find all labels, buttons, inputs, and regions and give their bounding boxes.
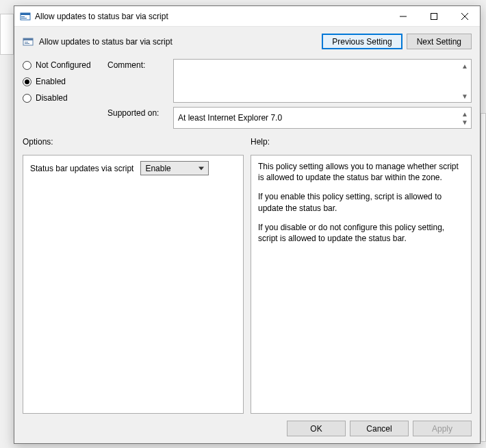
ok-button[interactable]: OK xyxy=(287,421,346,436)
window-title: Allow updates to status bar via script xyxy=(35,12,387,21)
bg-fragment xyxy=(0,14,14,55)
comment-label: Comment: xyxy=(107,59,169,103)
supported-label: Supported on: xyxy=(107,107,169,129)
option-value: Enable xyxy=(145,164,170,173)
supported-field: At least Internet Explorer 7.0 ▲ ▼ xyxy=(173,107,472,129)
help-paragraph: If you enable this policy setting, scrip… xyxy=(258,191,464,213)
radio-disabled[interactable]: Disabled xyxy=(23,93,103,103)
comment-field[interactable]: ▲ ▼ xyxy=(173,59,472,103)
close-button[interactable] xyxy=(449,6,480,26)
help-heading: Help: xyxy=(251,137,472,147)
svg-rect-11 xyxy=(25,43,29,44)
state-radio-group: Not Configured Enabled Disabled xyxy=(23,59,103,103)
bg-fragment xyxy=(481,113,486,442)
titlebar[interactable]: Allow updates to status bar via script xyxy=(14,6,480,27)
radio-label: Disabled xyxy=(36,93,68,103)
footer-buttons: OK Cancel Apply xyxy=(23,414,472,436)
svg-rect-1 xyxy=(21,13,30,15)
dialog-window: Allow updates to status bar via script xyxy=(14,5,481,444)
app-icon xyxy=(20,11,31,22)
policy-icon xyxy=(23,36,34,47)
nav-buttons: Previous Setting Next Setting xyxy=(322,34,472,49)
next-setting-button[interactable]: Next Setting xyxy=(407,34,472,49)
svg-rect-5 xyxy=(431,13,437,19)
header-row: Allow updates to status bar via script P… xyxy=(23,34,472,49)
radio-label: Not Configured xyxy=(36,60,91,70)
option-select[interactable]: Enable xyxy=(140,161,209,175)
svg-rect-10 xyxy=(25,42,28,42)
supported-value: At least Internet Explorer 7.0 xyxy=(178,113,282,123)
svg-rect-9 xyxy=(23,38,33,40)
help-panel: This policy setting allows you to manage… xyxy=(251,155,472,414)
previous-setting-button[interactable]: Previous Setting xyxy=(322,34,402,49)
cancel-button[interactable]: Cancel xyxy=(350,421,409,436)
option-row: Status bar updates via script Enable xyxy=(30,161,236,175)
policy-title: Allow updates to status bar via script xyxy=(39,37,322,47)
maximize-button[interactable] xyxy=(418,6,449,26)
scroll-up-icon[interactable]: ▲ xyxy=(459,60,470,71)
radio-enabled[interactable]: Enabled xyxy=(23,77,103,86)
upper-grid: Not Configured Enabled Disabled Comment:… xyxy=(23,59,472,129)
svg-rect-3 xyxy=(21,18,27,18)
minimize-button[interactable] xyxy=(387,6,418,26)
scroll-down-icon[interactable]: ▼ xyxy=(459,116,470,127)
panels: Status bar updates via script Enable Thi… xyxy=(23,155,472,414)
radio-icon xyxy=(23,61,31,70)
radio-label: Enabled xyxy=(36,77,66,86)
help-paragraph: This policy setting allows you to manage… xyxy=(258,161,464,183)
window-controls xyxy=(387,6,480,26)
radio-icon xyxy=(23,94,31,103)
option-label: Status bar updates via script xyxy=(30,164,133,173)
options-panel: Status bar updates via script Enable xyxy=(23,155,244,414)
section-titles: Options: Help: xyxy=(23,137,472,151)
help-paragraph: If you disable or do not configure this … xyxy=(258,222,464,244)
dialog-body: Allow updates to status bar via script P… xyxy=(14,27,480,443)
radio-not-configured[interactable]: Not Configured xyxy=(23,60,103,70)
radio-icon xyxy=(23,77,31,86)
apply-button[interactable]: Apply xyxy=(413,421,472,436)
options-heading: Options: xyxy=(23,137,244,147)
scroll-down-icon[interactable]: ▼ xyxy=(459,90,470,101)
svg-rect-2 xyxy=(21,16,25,17)
